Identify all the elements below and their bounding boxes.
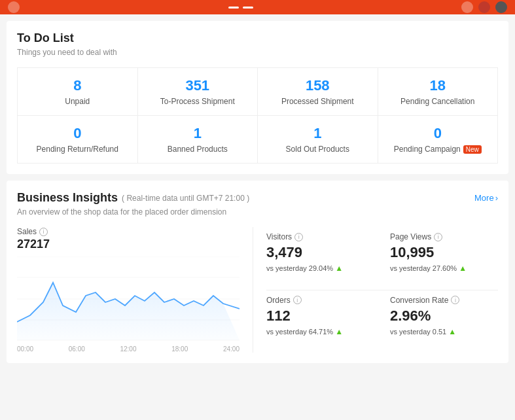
metric-title-0: Visitorsi bbox=[266, 232, 374, 241]
todo-number-6: 1 bbox=[264, 125, 371, 142]
metric-value-0: 3,479 bbox=[266, 244, 374, 261]
todo-number-4: 0 bbox=[24, 125, 131, 142]
insights-card: Business Insights ( Real-time data until… bbox=[7, 181, 508, 363]
xaxis-label-3: 18:00 bbox=[171, 345, 188, 353]
todo-item-2[interactable]: 158Processed Shipment bbox=[258, 68, 378, 116]
todo-label-3: Pending Cancellation bbox=[385, 97, 491, 106]
insights-desc: An overview of the shop data for the pla… bbox=[17, 207, 498, 217]
todo-label-4: Pending Return/Refund bbox=[24, 145, 131, 154]
metric-info-icon-0[interactable]: i bbox=[294, 233, 303, 241]
metric-info-icon-2[interactable]: i bbox=[293, 296, 302, 304]
dash2 bbox=[243, 7, 253, 9]
metric-title-3: Conversion Ratei bbox=[390, 296, 490, 305]
metric-info-icon-3[interactable]: i bbox=[451, 296, 459, 304]
todo-item-4[interactable]: 0Pending Return/Refund bbox=[18, 116, 138, 164]
todo-number-2: 158 bbox=[264, 77, 371, 94]
top-icon-dark bbox=[495, 1, 507, 13]
chart-xaxis: 00:0006:0012:0018:0024:00 bbox=[17, 345, 240, 353]
todo-label-1: To-Process Shipment bbox=[145, 97, 251, 106]
todo-number-3: 18 bbox=[385, 77, 491, 94]
todo-item-3[interactable]: 18Pending Cancellation bbox=[378, 68, 499, 116]
todo-item-0[interactable]: 8Unpaid bbox=[18, 68, 138, 116]
trend-arrow-2: ▲ bbox=[335, 327, 343, 336]
chart-area: Sales i 27217 bbox=[17, 227, 253, 353]
xaxis-label-0: 00:00 bbox=[17, 345, 33, 353]
todo-subtitle: Things you need to deal with bbox=[17, 48, 498, 57]
todo-label-2: Processed Shipment bbox=[264, 97, 371, 106]
top-bar-left-icons bbox=[8, 1, 20, 13]
sales-label: Sales i bbox=[17, 227, 240, 236]
top-bar-right-icons bbox=[461, 1, 507, 13]
trend-arrow-0: ▲ bbox=[335, 264, 343, 273]
trend-arrow-1: ▲ bbox=[459, 264, 467, 273]
todo-title: To Do List bbox=[17, 31, 498, 45]
todo-number-1: 351 bbox=[145, 77, 251, 94]
todo-item-1[interactable]: 351To-Process Shipment bbox=[138, 68, 258, 116]
xaxis-label-2: 12:00 bbox=[120, 345, 136, 353]
metric-item-3: Conversion Ratei2.96%vs yesterday 0.51▲ bbox=[382, 290, 498, 353]
todo-item-5[interactable]: 1Banned Products bbox=[138, 116, 258, 164]
todo-label-0: Unpaid bbox=[24, 97, 131, 106]
metric-item-1: Page Viewsi10,995vs yesterday 27.60%▲ bbox=[382, 227, 498, 290]
metric-change-3: vs yesterday 0.51▲ bbox=[390, 327, 490, 336]
metric-value-2: 112 bbox=[266, 307, 374, 324]
top-bar-center bbox=[228, 7, 253, 9]
metrics-area: Visitorsi3,479vs yesterday 29.04%▲Page V… bbox=[253, 227, 498, 353]
metric-item-0: Visitorsi3,479vs yesterday 29.04%▲ bbox=[266, 227, 382, 290]
sales-chart bbox=[17, 256, 240, 341]
chevron-right-icon: › bbox=[495, 193, 498, 203]
todo-label-6: Sold Out Products bbox=[264, 145, 371, 154]
top-icon-emoji1 bbox=[8, 1, 20, 13]
top-icon-red bbox=[478, 1, 490, 13]
todo-number-5: 1 bbox=[145, 125, 251, 142]
todo-label-7: Pending CampaignNew bbox=[385, 145, 491, 154]
insights-title-row: Business Insights ( Real-time data until… bbox=[17, 191, 249, 205]
metric-item-2: Ordersi112vs yesterday 64.71%▲ bbox=[266, 290, 382, 353]
sales-value: 27217 bbox=[17, 237, 240, 251]
dash1 bbox=[228, 7, 239, 9]
todo-number-7: 0 bbox=[385, 125, 491, 142]
todo-item-7[interactable]: 0Pending CampaignNew bbox=[378, 116, 499, 164]
todo-item-6[interactable]: 1Sold Out Products bbox=[258, 116, 378, 164]
trend-arrow-3: ▲ bbox=[448, 327, 456, 336]
insights-title: Business Insights bbox=[17, 191, 118, 205]
metric-value-3: 2.96% bbox=[390, 307, 490, 324]
todo-card: To Do List Things you need to deal with … bbox=[7, 21, 508, 174]
top-bar bbox=[0, 0, 515, 14]
top-icon-emoji2 bbox=[461, 1, 473, 13]
metric-change-1: vs yesterday 27.60%▲ bbox=[390, 264, 490, 273]
metric-change-0: vs yesterday 29.04%▲ bbox=[266, 264, 374, 273]
insights-time: ( Real-time data until GMT+7 21:00 ) bbox=[122, 194, 249, 203]
insights-header: Business Insights ( Real-time data until… bbox=[17, 191, 498, 205]
metric-change-2: vs yesterday 64.71%▲ bbox=[266, 327, 374, 336]
todo-number-0: 8 bbox=[24, 77, 131, 94]
new-badge-7: New bbox=[463, 145, 482, 154]
xaxis-label-4: 24:00 bbox=[223, 345, 240, 353]
todo-label-5: Banned Products bbox=[145, 145, 251, 154]
more-label: More bbox=[474, 193, 494, 203]
xaxis-label-1: 06:00 bbox=[69, 345, 85, 353]
insights-body: Sales i 27217 bbox=[17, 227, 498, 353]
more-link[interactable]: More › bbox=[474, 193, 498, 203]
metric-title-1: Page Viewsi bbox=[390, 232, 490, 241]
metric-value-1: 10,995 bbox=[390, 244, 490, 261]
metric-info-icon-1[interactable]: i bbox=[434, 233, 442, 241]
metric-title-2: Ordersi bbox=[266, 296, 374, 305]
sales-info-icon[interactable]: i bbox=[39, 228, 48, 236]
todo-grid: 8Unpaid351To-Process Shipment158Processe… bbox=[17, 67, 498, 164]
